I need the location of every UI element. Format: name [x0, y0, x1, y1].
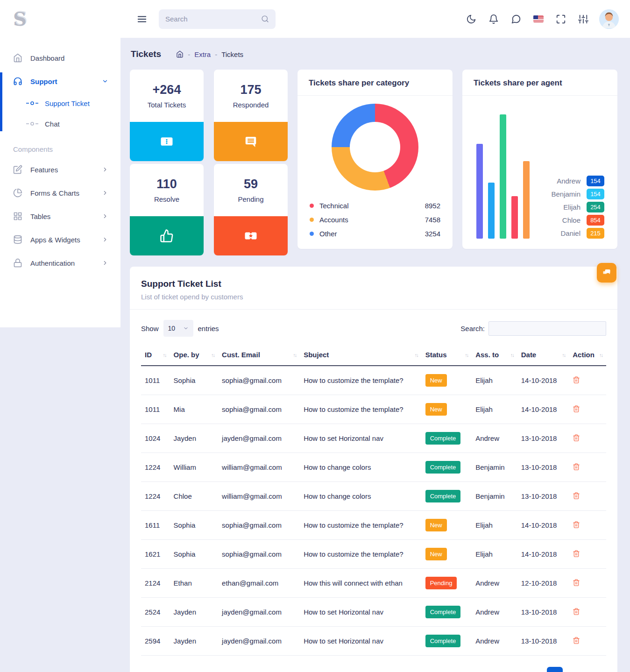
chevron-right-icon [102, 260, 108, 266]
delete-icon[interactable] [573, 492, 580, 500]
cell-assigned-to: Elijah [472, 540, 517, 569]
sidebar-item-forms-charts[interactable]: Forms & Charts [0, 181, 120, 205]
category-chart-title: Tickets share per category [309, 78, 441, 88]
home-icon[interactable] [176, 50, 184, 58]
chevron-right-icon [102, 213, 108, 219]
sort-icon[interactable]: ↑↓ [206, 352, 214, 358]
column-header-ass-to[interactable]: Ass. to↑↓ [472, 345, 517, 366]
table-search-input[interactable] [488, 321, 606, 336]
column-header-ope-by[interactable]: Ope. by↑↓ [170, 345, 219, 366]
agent-legend-item: Chloe854 [551, 215, 604, 226]
cell-operated-by[interactable]: William [170, 453, 219, 482]
cell-assigned-to: Elijah [472, 395, 517, 424]
cell-email: ethan@gmail.com [218, 569, 300, 598]
app-logo[interactable]: S [13, 8, 27, 30]
cell-id: 2594 [141, 627, 170, 656]
column-header-action[interactable]: Action↑↓ [569, 345, 606, 366]
cell-status: New [422, 511, 472, 540]
cell-subject: How to customize the template? [300, 366, 422, 395]
status-badge: Pending [425, 577, 457, 589]
table-row: 1011Sophiasophia@gmail.comHow to customi… [141, 366, 606, 395]
delete-icon[interactable] [573, 637, 580, 644]
delete-icon[interactable] [573, 463, 580, 471]
global-search[interactable] [159, 9, 276, 29]
delete-icon[interactable] [573, 405, 580, 413]
cell-operated-by[interactable]: Sophia [170, 540, 219, 569]
cell-id: 1011 [141, 366, 170, 395]
breadcrumb-extra[interactable]: Extra [194, 50, 211, 58]
sort-icon[interactable]: ↑↓ [410, 352, 418, 358]
pagination-page-1[interactable]: 1 [547, 667, 563, 672]
column-header-cust-email[interactable]: Cust. Email↑↓ [218, 345, 300, 366]
bullet-icon [26, 101, 38, 105]
list-subtitle: List of ticket opend by customers [141, 293, 606, 301]
cell-email: sophia@gmail.com [218, 511, 300, 540]
sidebar-item-support[interactable]: Support [0, 70, 120, 93]
language-flag-us[interactable] [529, 10, 548, 28]
cell-operated-by[interactable]: Mia [170, 395, 219, 424]
column-header-id[interactable]: ID↑↓ [141, 345, 170, 366]
sort-icon[interactable]: ↑↓ [460, 352, 468, 358]
cell-operated-by[interactable]: Sophia [170, 511, 219, 540]
stat-card-total-tickets: +264 Total Tickets [130, 70, 204, 161]
cell-operated-by[interactable]: Jayden [170, 627, 219, 656]
settings-sliders-icon[interactable] [574, 10, 593, 28]
page-size-select[interactable]: 10 [163, 320, 193, 337]
messages-chat-icon[interactable] [507, 10, 525, 28]
sidebar-item-features[interactable]: Features [0, 158, 120, 181]
sidebar-item-tables[interactable]: Tables [0, 205, 120, 228]
sidebar-item-label: Tables [30, 212, 50, 220]
stat-value: 59 [244, 177, 258, 191]
status-badge: New [425, 374, 447, 387]
sidebar-item-support-ticket[interactable]: Support Ticket [0, 93, 120, 113]
fullscreen-icon[interactable] [552, 10, 570, 28]
legend-label: Technical [319, 202, 349, 210]
column-header-status[interactable]: Status↑↓ [422, 345, 472, 366]
agent-name: Chloe [562, 216, 580, 224]
cell-operated-by[interactable]: Sophia [170, 366, 219, 395]
pagination-page-2[interactable]: 2 [569, 667, 585, 672]
menu-icon[interactable] [133, 10, 151, 28]
card-messages-button[interactable] [597, 263, 616, 283]
sort-icon[interactable]: ↑↓ [288, 352, 296, 358]
sidebar-item-apps-widgets[interactable]: Apps & Widgets [0, 228, 120, 251]
user-avatar[interactable] [599, 9, 619, 29]
cell-assigned-to: Andrew [472, 627, 517, 656]
stat-label: Responded [233, 101, 269, 109]
cell-assigned-to: Benjamin [472, 482, 517, 511]
column-header-subject[interactable]: Sbuject↑↓ [300, 345, 422, 366]
stat-cards: +264 Total Tickets 175 Responded [130, 70, 288, 255]
sidebar-item-authentication[interactable]: Authentication [0, 251, 120, 275]
agent-name: Andrew [557, 177, 580, 185]
sidebar-item-dashboard[interactable]: Dashboard [0, 46, 120, 70]
cell-assigned-to: Elijah [472, 366, 517, 395]
notifications-bell-icon[interactable] [484, 10, 503, 28]
sidebar-item-chat[interactable]: Chat [0, 113, 120, 134]
column-header-date[interactable]: Date↑↓ [517, 345, 569, 366]
search-input[interactable] [165, 15, 261, 23]
cell-operated-by[interactable]: Ethan [170, 569, 219, 598]
cell-status: New [422, 366, 472, 395]
show-label: Show [141, 325, 159, 332]
delete-icon[interactable] [573, 550, 580, 558]
sort-icon[interactable]: ↑↓ [595, 352, 602, 358]
delete-icon[interactable] [573, 521, 580, 529]
delete-icon[interactable] [573, 434, 580, 442]
cell-operated-by[interactable]: Jayden [170, 598, 219, 627]
sort-icon[interactable]: ↑↓ [158, 352, 166, 358]
legend-item: Other3254 [310, 226, 440, 241]
bar-chloe [511, 196, 518, 239]
dark-mode-moon-icon[interactable] [462, 10, 481, 28]
table-row: 1224Chloewilliam@gmail.comHow to change … [141, 482, 606, 511]
logo-area[interactable]: S [0, 8, 120, 30]
delete-icon[interactable] [573, 608, 580, 615]
agent-name: Daniel [560, 229, 580, 237]
delete-icon[interactable] [573, 579, 580, 587]
legend-label: Other [319, 230, 337, 238]
delete-icon[interactable] [573, 376, 580, 384]
cell-operated-by[interactable]: Jayden [170, 424, 219, 453]
sort-icon[interactable]: ↑↓ [557, 352, 565, 358]
cell-id: 2124 [141, 569, 170, 598]
cell-operated-by[interactable]: Chloe [170, 482, 219, 511]
sort-icon[interactable]: ↑↓ [506, 352, 514, 358]
